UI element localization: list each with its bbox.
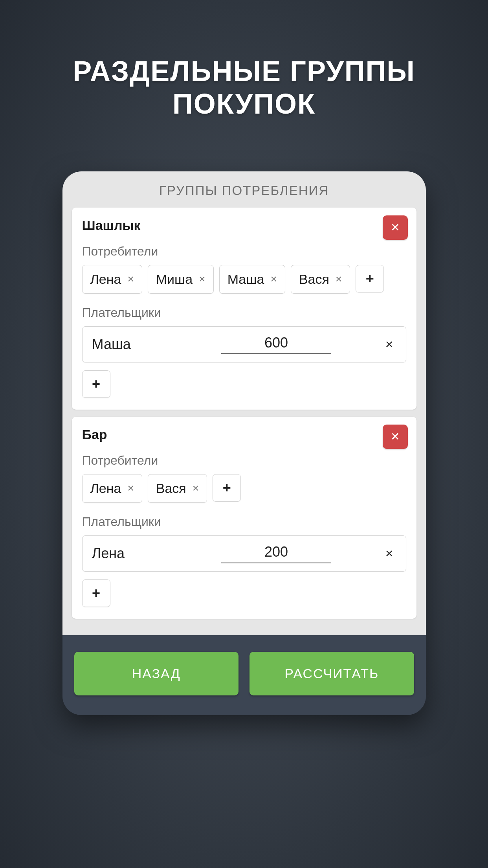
bottom-nav: НАЗАД РАССЧИТАТЬ [62, 635, 426, 715]
remove-consumer-icon[interactable]: × [199, 273, 205, 285]
consumer-chip[interactable]: Маша × [219, 265, 285, 294]
consumer-chip[interactable]: Миша × [148, 265, 214, 294]
remove-consumer-icon[interactable]: × [127, 482, 134, 495]
consumer-name: Миша [156, 272, 193, 287]
consumer-name: Маша [227, 272, 264, 287]
consumer-name: Лена [90, 272, 121, 287]
promo-headline: РАЗДЕЛЬНЫЕ ГРУППЫ ПОКУПОК [73, 55, 415, 120]
consumer-chip[interactable]: Вася × [148, 474, 207, 503]
group-title: Бар [82, 427, 406, 442]
consumer-chip[interactable]: Вася × [291, 265, 350, 294]
consumers-label: Потребители [82, 244, 406, 259]
payer-amount-wrap [178, 544, 374, 563]
phone-frame: ГРУППЫ ПОТРЕБЛЕНИЯ Шашлык ✕ Потребители … [62, 171, 426, 715]
consumers-row: Лена × Вася × + [82, 474, 406, 503]
close-icon: ✕ [391, 430, 400, 443]
headline-line-1: РАЗДЕЛЬНЫЕ ГРУППЫ [73, 55, 415, 87]
consumer-name: Лена [90, 481, 121, 496]
calculate-button[interactable]: РАССЧИТАТЬ [250, 652, 414, 695]
add-consumer-button[interactable]: + [356, 265, 384, 292]
consumer-name: Вася [299, 272, 329, 287]
add-consumer-button[interactable]: + [213, 474, 241, 502]
back-button[interactable]: НАЗАД [74, 652, 239, 695]
payer-row: Лена × [82, 535, 406, 572]
group-title: Шашлык [82, 218, 406, 233]
plus-icon: + [223, 480, 231, 496]
remove-payer-button[interactable]: × [382, 546, 396, 561]
add-payer-button[interactable]: + [82, 579, 110, 607]
consumer-chip[interactable]: Лена × [82, 474, 142, 503]
payer-name: Маша [92, 336, 171, 353]
headline-line-2: ПОКУПОК [172, 88, 316, 120]
screen-title: ГРУППЫ ПОТРЕБЛЕНИЯ [72, 183, 416, 198]
consumers-label: Потребители [82, 453, 406, 468]
consumer-chip[interactable]: Лена × [82, 265, 142, 294]
screen-content: ГРУППЫ ПОТРЕБЛЕНИЯ Шашлык ✕ Потребители … [62, 171, 426, 635]
remove-consumer-icon[interactable]: × [193, 482, 199, 495]
consumer-name: Вася [156, 481, 186, 496]
consumers-row: Лена × Миша × Маша × Вася × + [82, 265, 406, 294]
remove-consumer-icon[interactable]: × [127, 273, 134, 285]
delete-group-button[interactable]: ✕ [383, 215, 408, 240]
payer-amount-input[interactable] [221, 544, 331, 563]
payer-row: Маша × [82, 326, 406, 362]
plus-icon: + [92, 585, 100, 601]
delete-group-button[interactable]: ✕ [383, 425, 408, 449]
group-card: Бар ✕ Потребители Лена × Вася × + Плател… [72, 417, 416, 619]
payer-name: Лена [92, 545, 171, 562]
plus-icon: + [366, 270, 374, 287]
payers-label: Плательщики [82, 515, 406, 529]
payer-amount-input[interactable] [221, 335, 331, 354]
plus-icon: + [92, 376, 100, 392]
remove-consumer-icon[interactable]: × [270, 273, 277, 285]
close-icon: ✕ [391, 221, 400, 234]
remove-consumer-icon[interactable]: × [336, 273, 342, 285]
payer-amount-wrap [178, 335, 374, 354]
payers-label: Плательщики [82, 305, 406, 320]
add-payer-button[interactable]: + [82, 370, 110, 398]
remove-payer-button[interactable]: × [382, 337, 396, 352]
group-card: Шашлык ✕ Потребители Лена × Миша × Маша … [72, 208, 416, 410]
